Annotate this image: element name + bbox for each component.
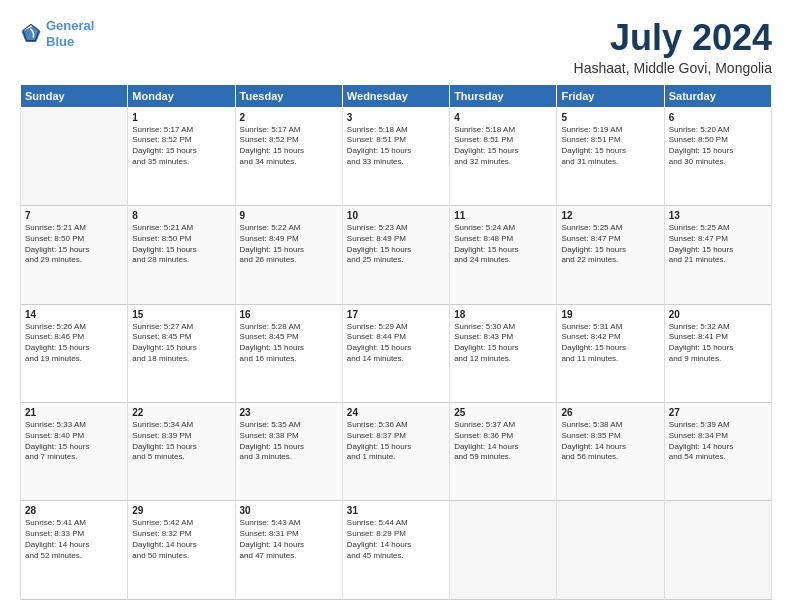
day-content: Sunrise: 5:25 AM Sunset: 8:47 PM Dayligh…	[561, 223, 659, 266]
cell-week3-day5: 19Sunrise: 5:31 AM Sunset: 8:42 PM Dayli…	[557, 304, 664, 402]
cell-week3-day4: 18Sunrise: 5:30 AM Sunset: 8:43 PM Dayli…	[450, 304, 557, 402]
day-content: Sunrise: 5:33 AM Sunset: 8:40 PM Dayligh…	[25, 420, 123, 463]
day-number: 8	[132, 210, 230, 221]
day-number: 23	[240, 407, 338, 418]
header-monday: Monday	[128, 84, 235, 107]
location-subtitle: Hashaat, Middle Govi, Mongolia	[574, 60, 772, 76]
month-title: July 2024	[574, 18, 772, 58]
cell-week5-day1: 29Sunrise: 5:42 AM Sunset: 8:32 PM Dayli…	[128, 501, 235, 600]
cell-week2-day2: 9Sunrise: 5:22 AM Sunset: 8:49 PM Daylig…	[235, 206, 342, 304]
cell-week4-day3: 24Sunrise: 5:36 AM Sunset: 8:37 PM Dayli…	[342, 403, 449, 501]
week-row-1: 1Sunrise: 5:17 AM Sunset: 8:52 PM Daylig…	[21, 107, 772, 205]
day-number: 5	[561, 112, 659, 123]
day-number: 2	[240, 112, 338, 123]
day-number: 18	[454, 309, 552, 320]
cell-week2-day0: 7Sunrise: 5:21 AM Sunset: 8:50 PM Daylig…	[21, 206, 128, 304]
day-content: Sunrise: 5:22 AM Sunset: 8:49 PM Dayligh…	[240, 223, 338, 266]
day-content: Sunrise: 5:17 AM Sunset: 8:52 PM Dayligh…	[132, 125, 230, 168]
day-content: Sunrise: 5:28 AM Sunset: 8:45 PM Dayligh…	[240, 322, 338, 365]
day-number: 16	[240, 309, 338, 320]
cell-week3-day1: 15Sunrise: 5:27 AM Sunset: 8:45 PM Dayli…	[128, 304, 235, 402]
cell-week3-day0: 14Sunrise: 5:26 AM Sunset: 8:46 PM Dayli…	[21, 304, 128, 402]
day-number: 19	[561, 309, 659, 320]
cell-week5-day4	[450, 501, 557, 600]
day-number: 10	[347, 210, 445, 221]
day-number: 22	[132, 407, 230, 418]
week-row-5: 28Sunrise: 5:41 AM Sunset: 8:33 PM Dayli…	[21, 501, 772, 600]
cell-week4-day6: 27Sunrise: 5:39 AM Sunset: 8:34 PM Dayli…	[664, 403, 771, 501]
logo-icon	[20, 23, 42, 45]
cell-week1-day0	[21, 107, 128, 205]
day-content: Sunrise: 5:20 AM Sunset: 8:50 PM Dayligh…	[669, 125, 767, 168]
day-content: Sunrise: 5:26 AM Sunset: 8:46 PM Dayligh…	[25, 322, 123, 365]
day-number: 4	[454, 112, 552, 123]
day-number: 3	[347, 112, 445, 123]
day-content: Sunrise: 5:43 AM Sunset: 8:31 PM Dayligh…	[240, 518, 338, 561]
header-tuesday: Tuesday	[235, 84, 342, 107]
day-content: Sunrise: 5:19 AM Sunset: 8:51 PM Dayligh…	[561, 125, 659, 168]
day-number: 14	[25, 309, 123, 320]
week-row-3: 14Sunrise: 5:26 AM Sunset: 8:46 PM Dayli…	[21, 304, 772, 402]
day-content: Sunrise: 5:25 AM Sunset: 8:47 PM Dayligh…	[669, 223, 767, 266]
calendar-header-row: SundayMondayTuesdayWednesdayThursdayFrid…	[21, 84, 772, 107]
logo-text: General Blue	[46, 18, 94, 49]
day-number: 31	[347, 505, 445, 516]
header-wednesday: Wednesday	[342, 84, 449, 107]
cell-week5-day5	[557, 501, 664, 600]
day-number: 30	[240, 505, 338, 516]
cell-week1-day2: 2Sunrise: 5:17 AM Sunset: 8:52 PM Daylig…	[235, 107, 342, 205]
day-content: Sunrise: 5:23 AM Sunset: 8:49 PM Dayligh…	[347, 223, 445, 266]
cell-week3-day3: 17Sunrise: 5:29 AM Sunset: 8:44 PM Dayli…	[342, 304, 449, 402]
cell-week2-day4: 11Sunrise: 5:24 AM Sunset: 8:48 PM Dayli…	[450, 206, 557, 304]
day-number: 29	[132, 505, 230, 516]
day-content: Sunrise: 5:38 AM Sunset: 8:35 PM Dayligh…	[561, 420, 659, 463]
day-content: Sunrise: 5:44 AM Sunset: 8:29 PM Dayligh…	[347, 518, 445, 561]
calendar-table: SundayMondayTuesdayWednesdayThursdayFrid…	[20, 84, 772, 600]
day-content: Sunrise: 5:32 AM Sunset: 8:41 PM Dayligh…	[669, 322, 767, 365]
day-content: Sunrise: 5:41 AM Sunset: 8:33 PM Dayligh…	[25, 518, 123, 561]
cell-week2-day1: 8Sunrise: 5:21 AM Sunset: 8:50 PM Daylig…	[128, 206, 235, 304]
day-content: Sunrise: 5:18 AM Sunset: 8:51 PM Dayligh…	[454, 125, 552, 168]
day-number: 28	[25, 505, 123, 516]
cell-week1-day1: 1Sunrise: 5:17 AM Sunset: 8:52 PM Daylig…	[128, 107, 235, 205]
day-number: 27	[669, 407, 767, 418]
day-number: 11	[454, 210, 552, 221]
day-content: Sunrise: 5:24 AM Sunset: 8:48 PM Dayligh…	[454, 223, 552, 266]
cell-week1-day4: 4Sunrise: 5:18 AM Sunset: 8:51 PM Daylig…	[450, 107, 557, 205]
day-number: 13	[669, 210, 767, 221]
header-thursday: Thursday	[450, 84, 557, 107]
day-number: 9	[240, 210, 338, 221]
cell-week3-day2: 16Sunrise: 5:28 AM Sunset: 8:45 PM Dayli…	[235, 304, 342, 402]
header: General Blue July 2024 Hashaat, Middle G…	[20, 18, 772, 76]
day-content: Sunrise: 5:17 AM Sunset: 8:52 PM Dayligh…	[240, 125, 338, 168]
day-content: Sunrise: 5:42 AM Sunset: 8:32 PM Dayligh…	[132, 518, 230, 561]
header-sunday: Sunday	[21, 84, 128, 107]
cell-week4-day5: 26Sunrise: 5:38 AM Sunset: 8:35 PM Dayli…	[557, 403, 664, 501]
calendar-body: 1Sunrise: 5:17 AM Sunset: 8:52 PM Daylig…	[21, 107, 772, 599]
cell-week4-day4: 25Sunrise: 5:37 AM Sunset: 8:36 PM Dayli…	[450, 403, 557, 501]
day-content: Sunrise: 5:18 AM Sunset: 8:51 PM Dayligh…	[347, 125, 445, 168]
day-number: 7	[25, 210, 123, 221]
logo-general: General	[46, 18, 94, 33]
day-content: Sunrise: 5:30 AM Sunset: 8:43 PM Dayligh…	[454, 322, 552, 365]
day-number: 15	[132, 309, 230, 320]
day-content: Sunrise: 5:31 AM Sunset: 8:42 PM Dayligh…	[561, 322, 659, 365]
day-number: 6	[669, 112, 767, 123]
day-number: 17	[347, 309, 445, 320]
day-content: Sunrise: 5:29 AM Sunset: 8:44 PM Dayligh…	[347, 322, 445, 365]
cell-week1-day6: 6Sunrise: 5:20 AM Sunset: 8:50 PM Daylig…	[664, 107, 771, 205]
cell-week2-day3: 10Sunrise: 5:23 AM Sunset: 8:49 PM Dayli…	[342, 206, 449, 304]
day-content: Sunrise: 5:34 AM Sunset: 8:39 PM Dayligh…	[132, 420, 230, 463]
cell-week3-day6: 20Sunrise: 5:32 AM Sunset: 8:41 PM Dayli…	[664, 304, 771, 402]
title-block: July 2024 Hashaat, Middle Govi, Mongolia	[574, 18, 772, 76]
week-row-2: 7Sunrise: 5:21 AM Sunset: 8:50 PM Daylig…	[21, 206, 772, 304]
day-content: Sunrise: 5:37 AM Sunset: 8:36 PM Dayligh…	[454, 420, 552, 463]
day-number: 25	[454, 407, 552, 418]
cell-week4-day2: 23Sunrise: 5:35 AM Sunset: 8:38 PM Dayli…	[235, 403, 342, 501]
cell-week5-day6	[664, 501, 771, 600]
day-number: 21	[25, 407, 123, 418]
cell-week5-day0: 28Sunrise: 5:41 AM Sunset: 8:33 PM Dayli…	[21, 501, 128, 600]
week-row-4: 21Sunrise: 5:33 AM Sunset: 8:40 PM Dayli…	[21, 403, 772, 501]
day-number: 12	[561, 210, 659, 221]
cell-week5-day2: 30Sunrise: 5:43 AM Sunset: 8:31 PM Dayli…	[235, 501, 342, 600]
